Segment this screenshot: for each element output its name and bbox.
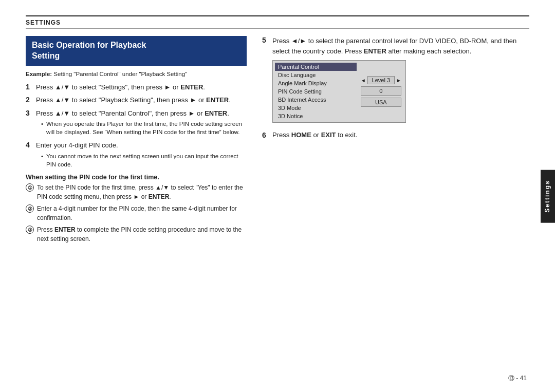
step6-num: 6	[262, 131, 269, 139]
step4-content: Enter your 4-digit PIN code. You cannot …	[36, 140, 247, 170]
right-arrow-icon: ►	[396, 78, 401, 83]
step4: 4 Enter your 4-digit PIN code. You canno…	[26, 140, 247, 170]
step3-content: Press ▲/▼ to select "Parental Control", …	[36, 108, 247, 138]
example-text: Example: Setting "Parental Control" unde…	[26, 71, 247, 77]
circle-step3: ③ Press ENTER to complete the PIN code s…	[26, 225, 247, 244]
step3-enter: ENTER	[205, 109, 227, 117]
settings-header: SETTINGS	[26, 15, 529, 29]
step6-home: HOME	[291, 131, 311, 139]
page-num-value: 41	[520, 375, 527, 382]
step5-header: 5 Press ◄/► to select the parental contr…	[262, 36, 529, 56]
circle-num-1: ①	[26, 183, 34, 192]
example-description: Setting "Parental Control" under "Playba…	[53, 71, 187, 77]
step6-exit: EXIT	[321, 131, 336, 139]
circle-content-3: Press ENTER to complete the PIN code set…	[37, 225, 247, 244]
step2-num: 2	[26, 95, 33, 105]
right-column: 5 Press ◄/► to select the parental contr…	[262, 36, 529, 246]
circle-content-1: To set the PIN code for the first time, …	[37, 183, 247, 201]
menu-right-panel: ◄ Level 3 ► 0 USA	[359, 63, 403, 120]
value-box-usa: USA	[361, 98, 401, 107]
step5-enter: ENTER	[364, 47, 386, 55]
section-title-box: Basic Operation for Playback Setting	[26, 36, 247, 66]
steps-list: 1 Press ▲/▼ to select "Settings", then p…	[26, 82, 247, 170]
step1-content: Press ▲/▼ to select "Settings", then pre…	[36, 82, 247, 92]
menu-items-list: Parental Control Disc Language Angle Mar…	[275, 63, 357, 120]
value-box-0: 0	[361, 86, 401, 96]
circle1-enter: ENTER	[149, 193, 170, 200]
step1-num: 1	[26, 82, 33, 92]
left-column: Basic Operation for Playback Setting Exa…	[26, 36, 247, 246]
circle-num-3: ③	[26, 226, 34, 234]
menu-screenshot: Parental Control Disc Language Angle Mar…	[272, 60, 406, 123]
page-number: ⑬ - 41	[508, 374, 527, 383]
page-container: SETTINGS Basic Operation for Playback Se…	[0, 0, 555, 392]
menu-item-parental: Parental Control	[275, 63, 357, 71]
example-label: Example:	[26, 71, 52, 77]
step3: 3 Press ▲/▼ to select "Parental Control"…	[26, 108, 247, 138]
side-tab: Settings	[541, 170, 555, 222]
left-arrow-icon: ◄	[361, 78, 366, 83]
step5-text: Press ◄/► to select the parental control…	[272, 36, 529, 56]
step2-content: Press ▲/▼ to select "Playback Setting", …	[36, 95, 247, 105]
settings-title: SETTINGS	[26, 19, 61, 26]
circle3-enter: ENTER	[54, 226, 76, 233]
step2: 2 Press ▲/▼ to select "Playback Setting"…	[26, 95, 247, 105]
step4-bullet1: You cannot move to the next setting scre…	[41, 152, 247, 169]
step2-enter: ENTER	[206, 96, 229, 104]
circle-step2: ② Enter a 4-digit number for the PIN cod…	[26, 204, 247, 222]
step6-text: Press HOME or EXIT to exit.	[272, 131, 357, 139]
step6-row: 6 Press HOME or EXIT to exit.	[262, 131, 529, 139]
pin-heading: When setting the PIN code for the first …	[26, 174, 247, 181]
menu-item-disc-lang: Disc Language	[275, 71, 357, 79]
menu-left-panel: Parental Control Disc Language Angle Mar…	[275, 63, 357, 120]
circle-steps: ① To set the PIN code for the first time…	[26, 183, 247, 244]
circle-step1: ① To set the PIN code for the first time…	[26, 183, 247, 201]
step5-container: 5 Press ◄/► to select the parental contr…	[262, 36, 529, 123]
step3-bullets: When you operate this Player for the fir…	[36, 120, 247, 136]
page-num-symbol: ⑬ -	[508, 375, 520, 382]
section-title-line2: Setting	[32, 51, 60, 60]
step3-num: 3	[26, 108, 33, 119]
circle-num-2: ②	[26, 204, 34, 213]
step5-num: 5	[262, 36, 269, 44]
level-row: ◄ Level 3 ►	[361, 76, 401, 84]
menu-layout: Parental Control Disc Language Angle Mar…	[275, 63, 403, 120]
step4-bullets: You cannot move to the next setting scre…	[36, 152, 247, 169]
menu-item-bd-internet: BD Internet Access	[275, 96, 357, 104]
menu-item-angle: Angle Mark Display	[275, 79, 357, 87]
step1-enter: ENTER	[180, 83, 203, 91]
step3-bullet1: When you operate this Player for the fir…	[41, 120, 247, 136]
circle-content-2: Enter a 4-digit number for the PIN code,…	[37, 204, 247, 222]
side-tab-label: Settings	[544, 180, 551, 212]
menu-item-pin: PIN Code Setting	[275, 87, 357, 96]
section-title-line1: Basic Operation for Playback	[32, 41, 146, 49]
main-content: Basic Operation for Playback Setting Exa…	[26, 36, 529, 246]
step1: 1 Press ▲/▼ to select "Settings", then p…	[26, 82, 247, 92]
menu-item-3d-mode: 3D Mode	[275, 104, 357, 112]
level-box: Level 3	[367, 76, 395, 84]
menu-item-3d-notice: 3D Notice	[275, 112, 357, 120]
step4-num: 4	[26, 140, 33, 151]
